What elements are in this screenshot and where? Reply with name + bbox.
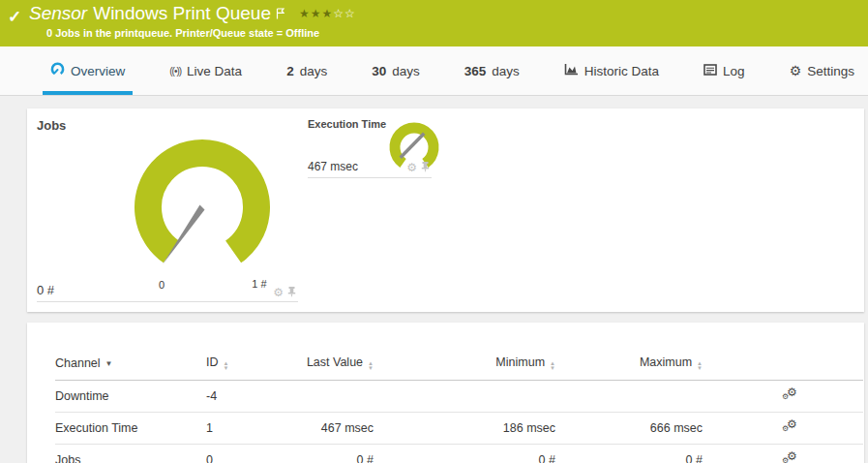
channel-last-value (292, 381, 374, 413)
column-label: Last Value (307, 355, 363, 369)
tab-30-days[interactable]: 30 days (364, 46, 428, 95)
sort-both-icon: ▲▼ (550, 361, 555, 371)
channel-maximum: 0 # (555, 445, 703, 463)
gauge-settings-gear-icon[interactable]: ⚙ (406, 162, 417, 173)
column-header-maximum[interactable]: Maximum▲▼ (555, 355, 703, 381)
column-header-id[interactable]: ID▲▼ (206, 355, 292, 381)
sensor-type-label: Sensor (29, 3, 87, 24)
channel-id: 1 (206, 413, 292, 445)
jobs-widget-tools: ⚙ (273, 284, 296, 301)
tab-bar: Overview ((•)) Live Data 2 days 30 days … (0, 46, 868, 96)
live-data-broadcast-icon: ((•)) (169, 66, 181, 77)
gauge-pin-icon[interactable] (421, 159, 430, 176)
log-list-icon (703, 64, 717, 78)
tab-log[interactable]: Log (696, 46, 753, 95)
gauges-panel: Jobs 0 1 # 0 # ⚙ Execution Time 4 (27, 108, 864, 312)
execution-time-gauge-value: 467 msec (308, 160, 358, 173)
execution-time-gauge-widget: Execution Time 467 msec ⚙ (308, 118, 432, 178)
jobs-gauge (134, 136, 271, 283)
tab-365-days[interactable]: 365 days (457, 46, 527, 95)
sort-both-icon: ▲▼ (368, 361, 374, 371)
tab-label-number: 365 (464, 64, 487, 78)
jobs-gauge-value: 0 # (37, 283, 54, 297)
channel-table-header-row: Channel▼ ID▲▼ Last Value▲▼ Minimum▲▼ Max… (55, 355, 863, 381)
jobs-gauge-widget: Jobs 0 1 # 0 # ⚙ (37, 118, 298, 302)
star-filled-icons[interactable]: ★★★ (299, 7, 333, 20)
channel-name[interactable]: Jobs (55, 445, 206, 463)
channel-table: Channel▼ ID▲▼ Last Value▲▼ Minimum▲▼ Max… (55, 355, 863, 463)
column-label: Channel (55, 356, 101, 370)
jobs-gauge-title: Jobs (37, 118, 298, 133)
column-header-channel[interactable]: Channel▼ (55, 355, 206, 381)
channel-settings-gears-icon[interactable]: ⚙ ⚙ (782, 387, 799, 402)
column-label: Minimum (495, 355, 545, 369)
column-label: Maximum (640, 355, 692, 369)
channel-last-value: 467 msec (292, 413, 374, 445)
tab-historic-data[interactable]: Historic Data (556, 46, 667, 95)
tab-label: Settings (807, 64, 854, 78)
channel-maximum: 666 msec (555, 413, 703, 445)
channel-id: -4 (206, 381, 292, 413)
priority-stars[interactable]: ★★★☆☆ (299, 7, 356, 20)
channel-minimum: 186 msec (374, 413, 555, 445)
gauge-pin-icon[interactable] (287, 284, 296, 301)
tab-settings[interactable]: ⚙ Settings (782, 46, 862, 95)
channel-id: 0 (206, 445, 292, 463)
star-empty-icons[interactable]: ☆☆ (333, 7, 356, 20)
status-ok-check-icon: ✓ (8, 7, 21, 27)
column-label: ID (206, 355, 219, 369)
sensor-header: ✓ Sensor Windows Print Queue ★★★☆☆ 0 Job… (0, 0, 868, 46)
channel-minimum: 0 # (374, 445, 555, 463)
jobs-gauge-scale-max: 1 # (243, 278, 276, 290)
table-row-execution-time[interactable]: Execution Time 1 467 msec 186 msec 666 m… (55, 413, 863, 445)
column-header-last-value[interactable]: Last Value▲▼ (292, 355, 374, 381)
channel-settings-gears-icon[interactable]: ⚙ ⚙ (782, 419, 799, 434)
sort-desc-icon: ▼ (105, 359, 113, 368)
sort-both-icon: ▲▼ (697, 361, 703, 371)
tab-label: Log (723, 64, 745, 78)
gauge-settings-gear-icon[interactable]: ⚙ (273, 287, 284, 298)
tab-label-number: 30 (372, 64, 386, 78)
execution-time-widget-tools: ⚙ (406, 159, 430, 176)
channel-settings-gears-icon[interactable]: ⚙ ⚙ (782, 451, 799, 463)
page-title: Windows Print Queue (93, 3, 271, 24)
settings-gear-icon: ⚙ (790, 64, 802, 77)
channel-name[interactable]: Execution Time (55, 413, 206, 445)
tab-overview[interactable]: Overview (43, 46, 133, 95)
tab-2-days[interactable]: 2 days (279, 46, 335, 95)
table-row-jobs[interactable]: Jobs 0 0 # 0 # 0 # ⚙ ⚙ (55, 445, 863, 463)
sensor-title-row: Sensor Windows Print Queue ★★★☆☆ (29, 3, 356, 24)
column-header-minimum[interactable]: Minimum▲▼ (374, 355, 555, 381)
channel-minimum (374, 381, 555, 413)
overview-gauge-icon (50, 62, 65, 79)
priority-flag-icon[interactable] (276, 6, 285, 23)
column-header-settings (703, 355, 863, 381)
channel-name[interactable]: Downtime (55, 381, 206, 413)
tab-label-number: 2 (286, 64, 294, 78)
tab-label: days (300, 64, 328, 78)
tab-label: Historic Data (584, 64, 659, 78)
sort-both-icon: ▲▼ (224, 361, 229, 371)
jobs-gauge-scale-min: 0 (151, 279, 172, 291)
tab-label: days (392, 64, 420, 78)
channel-last-value: 0 # (292, 445, 374, 463)
tab-label: days (492, 64, 520, 78)
historic-chart-icon (564, 63, 579, 78)
sensor-status-message: 0 Jobs in the printqueue. Printer/Queue … (46, 27, 319, 39)
table-row-downtime[interactable]: Downtime -4 ⚙ ⚙ (55, 381, 863, 413)
channel-table-panel: Channel▼ ID▲▼ Last Value▲▼ Minimum▲▼ Max… (27, 323, 864, 463)
tab-live-data[interactable]: ((•)) Live Data (162, 46, 250, 95)
tab-label: Live Data (187, 64, 242, 78)
channel-maximum (555, 381, 703, 413)
tab-label: Overview (71, 64, 125, 78)
